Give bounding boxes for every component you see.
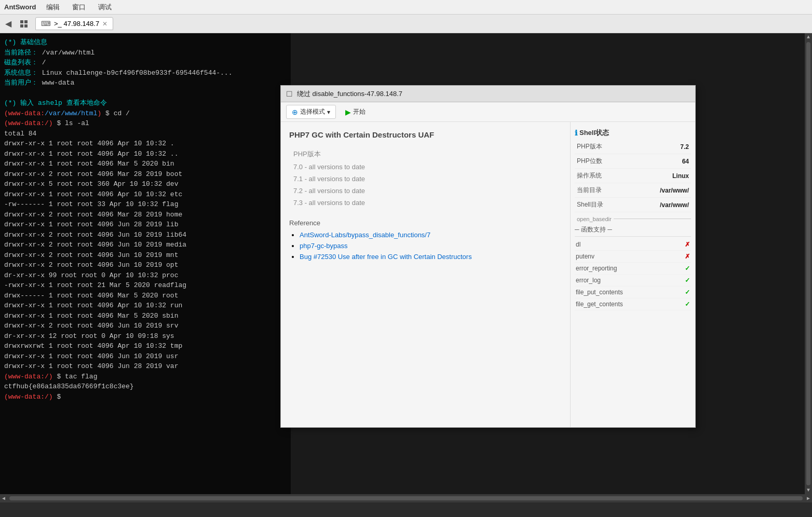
menu-debug[interactable]: 调试 [96, 2, 114, 13]
term-ls-4: drwxr-xr-x 2 root root 4096 Mar 28 2019 … [4, 169, 287, 180]
app-title: AntSword [4, 3, 36, 11]
tab-close-icon[interactable]: ✕ [102, 20, 107, 28]
status-php-version-val: 7.2 [680, 143, 689, 151]
horizontal-scrollbar[interactable]: ◀ ▶ [0, 494, 812, 502]
open-basedir-divider: open_basedir [575, 219, 691, 219]
term-ls-2: drwxr-xr-x 1 root root 4096 Apr 10 10:32… [4, 149, 287, 159]
menu-bar: AntSword 编辑 窗口 调试 [0, 0, 812, 15]
shell-status-label: Shell状态 [579, 128, 609, 138]
status-os-key: 操作系统 [577, 171, 602, 180]
status-cwd: 当前目录 /var/www/ [575, 183, 691, 198]
func-error-reporting-name: error_reporting [576, 265, 617, 272]
status-shell-dir-key: Shell目录 [577, 200, 603, 209]
terminal[interactable]: (*) 基础信息 当前路径： /var/www/html 磁盘列表： / 系统信… [0, 33, 291, 502]
tab-terminal-icon: ⌨ [41, 20, 51, 28]
shell-status-header: ℹ Shell状态 [575, 126, 691, 140]
func-error-log: error_log ✓ [575, 275, 691, 287]
dialog-left-panel: PHP7 GC with Certain Destructors UAF PHP… [281, 122, 571, 427]
term-line-user: 当前用户： www-data [4, 78, 287, 88]
func-file-put-contents: file_put_contents ✓ [575, 287, 691, 298]
version-row-4: 7.3 - all versions to date [289, 197, 562, 209]
status-cwd-key: 当前目录 [577, 186, 602, 195]
term-ls-7: -rw------- 1 root root 33 Apr 10 10:32 f… [4, 199, 287, 210]
term-line-tac: (www-data:/) $ tac flag [4, 372, 287, 382]
scroll-down-arrow[interactable]: ▼ [807, 486, 810, 494]
func-dl-name: dl [576, 241, 580, 248]
term-ls-20: dr-xr-xr-x 12 root root 0 Apr 10 09:18 s… [4, 331, 287, 342]
menu-edit[interactable]: 编辑 [44, 2, 62, 13]
start-btn-label: 开始 [353, 107, 366, 116]
tab-bar: ◀ ⌨ >_ 47.98.148.7 ✕ [0, 15, 812, 33]
php-version-table: PHP版本 7.0 - all versions to date 7.1 - a… [289, 147, 562, 209]
dialog-title-icon: ☐ [286, 90, 293, 98]
func-dl-status: ✗ [685, 241, 690, 248]
term-ls-6: drwxr-xr-x 1 root root 4096 Apr 10 10:32… [4, 189, 287, 200]
menu-window[interactable]: 窗口 [70, 2, 88, 13]
svg-rect-1 [24, 20, 28, 23]
dialog-right-panel: ℹ Shell状态 PHP版本 7.2 PHP位数 64 操作系统 Linux [571, 122, 695, 427]
term-ls-5: drwxr-xr-x 5 root root 360 Apr 10 10:32 … [4, 179, 287, 189]
func-file-get-contents-name: file_get_contents [576, 301, 623, 308]
term-line-prompt3: (www-data:/) $ [4, 392, 287, 402]
status-php-bits-key: PHP位数 [577, 157, 602, 166]
term-ls-17: drwxr-xr-x 1 root root 4096 Apr 10 10:32… [4, 301, 287, 311]
reference-title: Reference [289, 219, 562, 227]
version-row-2: 7.1 - all versions to date [289, 173, 562, 185]
ref-link-3[interactable]: Bug #72530 Use after free in GC with Cer… [300, 253, 472, 261]
version-row-1: 7.0 - all versions to date [289, 161, 562, 173]
func-error-log-status: ✓ [685, 277, 690, 284]
term-ls-9: drwxr-xr-x 1 root root 4096 Jun 28 2019 … [4, 220, 287, 230]
bypass-dialog: ☐ 绕过 disable_functions-47.98.148.7 ⊕ 选择模… [280, 85, 696, 428]
term-line-disk: 磁盘列表： / [4, 58, 287, 68]
status-os-val: Linux [672, 172, 689, 180]
func-file-put-contents-status: ✓ [685, 289, 690, 296]
term-line-header: (*) 基础信息 [4, 37, 287, 48]
func-dl: dl ✗ [575, 239, 691, 251]
reference-list: AntSword-Labs/bypass_disable_functions/7… [289, 231, 562, 261]
php-version-label: PHP版本 [289, 147, 562, 161]
term-ls-8: drwxr-xr-x 2 root root 4096 Mar 28 2019 … [4, 210, 287, 220]
reference-section: Reference AntSword-Labs/bypass_disable_f… [289, 219, 562, 261]
tabs-grid-icon[interactable] [15, 17, 33, 31]
scroll-left-arrow[interactable]: ◀ [0, 495, 7, 501]
mode-select-button[interactable]: ⊕ 选择模式 ▾ [286, 105, 336, 119]
ref-link-1-item: AntSword-Labs/bypass_disable_functions/7 [300, 231, 562, 239]
func-putenv: putenv ✗ [575, 251, 691, 263]
open-basedir-label: open_basedir [575, 216, 614, 222]
ref-link-2-item: php7-gc-bypass [300, 242, 562, 250]
main-area: (*) 基础信息 当前路径： /var/www/html 磁盘列表： / 系统信… [0, 33, 812, 502]
term-ls-14: dr-xr-xr-x 99 root root 0 Apr 10 10:32 p… [4, 270, 287, 281]
scroll-track-horizontal[interactable] [9, 496, 803, 500]
nav-prev-btn[interactable]: ◀ [2, 18, 15, 30]
svg-rect-2 [20, 24, 23, 28]
term-ls-18: drwxr-xr-x 1 root root 4096 Mar 5 2020 s… [4, 311, 287, 321]
vertical-scrollbar[interactable]: ▲ ▼ [805, 33, 812, 494]
func-putenv-status: ✗ [685, 253, 690, 260]
shell-status-section: ℹ Shell状态 PHP版本 7.2 PHP位数 64 操作系统 Linux [575, 126, 691, 212]
term-ls-13: drwxr-xr-x 2 root root 4096 Jun 10 2019 … [4, 260, 287, 270]
status-php-bits-val: 64 [682, 158, 689, 165]
term-ls-22: drwxr-xr-x 1 root root 4096 Jun 10 2019 … [4, 351, 287, 362]
func-support-header: ─ 函数支持 ─ [575, 223, 691, 237]
dialog-toolbar: ⊕ 选择模式 ▾ ▶ 开始 [281, 102, 695, 122]
term-line-flag: ctfhub{e86a1a835da67669f1c8c3ee} [4, 382, 287, 392]
term-ls-19: drwxr-xr-x 2 root root 4096 Jun 10 2019 … [4, 321, 287, 331]
ref-link-1[interactable]: AntSword-Labs/bypass_disable_functions/7 [300, 231, 430, 239]
version-row-3: 7.2 - all versions to date [289, 185, 562, 197]
func-error-log-name: error_log [576, 277, 601, 284]
func-putenv-name: putenv [576, 253, 594, 260]
terminal-tab[interactable]: ⌨ >_ 47.98.148.7 ✕ [35, 17, 113, 30]
scroll-right-arrow[interactable]: ▶ [805, 495, 812, 501]
term-line-prompt1: (www-data:/var/www/html) $ cd / [4, 108, 287, 119]
term-ls-21: drwxrwxrwt 1 root root 4096 Apr 10 10:32… [4, 341, 287, 351]
status-php-bits: PHP位数 64 [575, 154, 691, 169]
status-php-version-key: PHP版本 [577, 142, 602, 151]
ref-link-2[interactable]: php7-gc-bypass [300, 242, 348, 250]
ref-link-3-item: Bug #72530 Use after free in GC with Cer… [300, 253, 562, 261]
info-icon: ℹ [575, 129, 577, 137]
scroll-up-arrow[interactable]: ▲ [807, 33, 810, 41]
scroll-track-vertical[interactable] [806, 42, 810, 485]
dialog-title-text: 绕过 disable_functions-47.98.148.7 [297, 89, 402, 99]
start-button[interactable]: ▶ 开始 [340, 105, 371, 118]
status-php-version: PHP版本 7.2 [575, 140, 691, 154]
